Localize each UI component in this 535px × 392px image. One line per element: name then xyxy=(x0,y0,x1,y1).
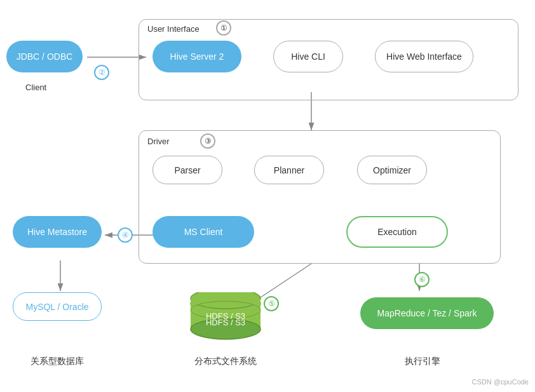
optimizer-box: Optimizer xyxy=(357,156,427,184)
hive-web-box: Hive Web Interface xyxy=(375,41,473,72)
mysql-oracle-box: MySQL / Oracle xyxy=(13,292,102,321)
badge-5: ⑤ xyxy=(264,296,279,311)
diagram: User Interface ① Hive Server 2 Hive CLI … xyxy=(0,0,535,392)
ms-client-box: MS Client xyxy=(152,216,254,248)
hdfs-text: HDFS / S3 xyxy=(191,311,261,321)
client-label: Client xyxy=(25,83,46,92)
driver-region-label: Driver xyxy=(147,137,170,146)
jdbc-odbc-box: JDBC / ODBC xyxy=(6,41,83,72)
hive-cli-box: Hive CLI xyxy=(273,41,343,72)
distributed-fs-label: 分布式文件系统 xyxy=(178,356,273,367)
mapreduce-box: MapReduce / Tez / Spark xyxy=(360,297,494,329)
hive-server2-box: Hive Server 2 xyxy=(152,41,241,72)
hive-metastore-box: Hive Metastore xyxy=(13,216,102,248)
planner-box: Planner xyxy=(254,156,324,184)
badge-3: ③ xyxy=(200,133,215,149)
badge-6: ⑥ xyxy=(414,272,430,287)
badge-2: ② xyxy=(94,65,109,80)
parser-box: Parser xyxy=(152,156,222,184)
execution-box: Execution xyxy=(346,216,448,248)
badge-1: ① xyxy=(216,20,231,36)
relational-db-label: 关系型数据库 xyxy=(10,356,105,367)
execution-engine-label: 执行引擎 xyxy=(375,356,470,367)
ui-region-label: User Interface xyxy=(147,24,200,34)
badge-4: ④ xyxy=(118,227,133,243)
watermark: CSDN @cpuCode xyxy=(472,378,529,386)
